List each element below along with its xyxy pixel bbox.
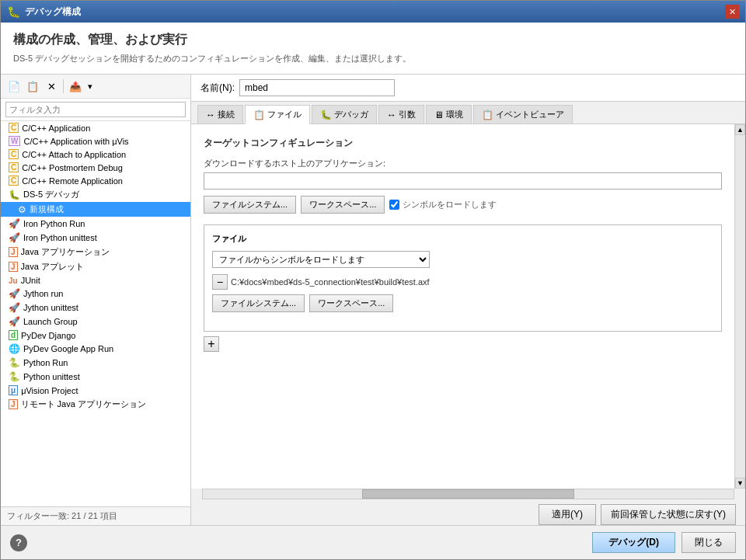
tab-file[interactable]: 📋 ファイル: [245, 105, 310, 124]
new-config-icon: ⚙: [18, 204, 26, 215]
help-button[interactable]: ?: [10, 534, 27, 551]
tree-item-launch-group[interactable]: 🚀 Launch Group: [1, 315, 190, 329]
tree-item-jython-unittest[interactable]: 🚀 Jython unittest: [1, 301, 190, 315]
tab-args[interactable]: ↔ 引数: [378, 105, 424, 123]
download-input[interactable]: [204, 172, 722, 190]
workspace-btn-2[interactable]: ワークスペース...: [309, 294, 393, 312]
filter-input[interactable]: [5, 102, 186, 117]
tree-item-java-applet[interactable]: J Java アプレット: [1, 259, 190, 274]
horizontal-scrollbar[interactable]: [202, 489, 734, 499]
symbol-load-dropdown[interactable]: ファイルからシンボルをロードします: [212, 251, 430, 268]
toolbar-separator: [63, 79, 64, 93]
java-applet-icon: J: [9, 262, 18, 272]
tree-item-pydev-django[interactable]: d PyDev Django: [1, 329, 190, 342]
workspace-btn-1[interactable]: ワークスペース...: [301, 196, 385, 214]
load-symbols-checkbox[interactable]: [389, 200, 399, 210]
add-file-button[interactable]: +: [204, 336, 219, 352]
tree-item-junit[interactable]: Ju JUnit: [1, 274, 190, 287]
tree-item-python-run[interactable]: 🐍 Python Run: [1, 356, 190, 370]
files-section-title: ファイル: [212, 233, 713, 245]
export-config-button[interactable]: 📤: [67, 78, 84, 95]
jython-run-icon: 🚀: [9, 288, 20, 299]
title-bar: 🐛 デバッグ構成 ✕: [1, 1, 745, 23]
debugger-tab-icon: 🐛: [320, 110, 332, 120]
junit-icon: Ju: [9, 277, 18, 285]
java-app-icon: J: [9, 247, 18, 257]
close-button[interactable]: 閉じる: [682, 532, 736, 553]
tab-env[interactable]: 🖥 環境: [426, 105, 472, 123]
scrollbar-thumb: [362, 489, 574, 499]
file-btn-row: ファイルシステム... ワークスペース...: [212, 294, 713, 312]
iron-python-unittest-icon: 🚀: [9, 232, 20, 243]
pydev-django-icon: d: [9, 330, 18, 340]
name-input[interactable]: [239, 79, 395, 96]
file-tab-label: ファイル: [267, 109, 302, 120]
pydev-google-icon: 🌐: [9, 343, 20, 354]
launch-group-icon: 🚀: [9, 316, 20, 327]
filter-status: フィルター一致: 21 / 21 項目: [1, 506, 190, 525]
file-tab-icon: 📋: [253, 110, 265, 120]
delete-config-button[interactable]: ✕: [43, 78, 60, 95]
tree-item-python-unittest[interactable]: 🐍 Python unittest: [1, 370, 190, 384]
tree-item-uvision[interactable]: μ μVision Project: [1, 384, 190, 397]
download-label: ダウンロードするホスト上のアプリケーション:: [204, 158, 722, 169]
python-unittest-icon: 🐍: [9, 371, 20, 382]
configuration-tree: C C/C++ Application W C/C++ Application …: [1, 121, 190, 506]
target-config-title: ターゲットコンフィギュレーション: [204, 137, 722, 150]
tree-item-pydev-google[interactable]: 🌐 PyDev Google App Run: [1, 342, 190, 356]
download-btn-row: ファイルシステム... ワークスペース... シンボルをロードします: [204, 196, 722, 214]
tree-item-cpp-attach[interactable]: C C/C++ Attach to Application: [1, 148, 190, 161]
tree-item-jython-run[interactable]: 🚀 Jython run: [1, 287, 190, 301]
window-icon: 🐛: [7, 5, 20, 18]
debugger-tab-label: デバッガ: [334, 109, 368, 120]
name-label: 名前(N):: [200, 82, 235, 95]
remove-file-button[interactable]: −: [212, 274, 228, 290]
tree-item-new-config[interactable]: ⚙ 新規構成: [1, 202, 190, 217]
window-close-button[interactable]: ✕: [725, 5, 739, 19]
tree-item-cpp-remote[interactable]: C C/C++ Remote Application: [1, 174, 190, 187]
uvision-icon: μ: [9, 385, 18, 395]
header-title: 構成の作成、管理、および実行: [13, 32, 733, 48]
cpp-uvis-icon: W: [9, 136, 20, 146]
tree-item-iron-python-unittest[interactable]: 🚀 Iron Python unittest: [1, 231, 190, 245]
scrollbar-up-btn[interactable]: ▲: [735, 124, 745, 135]
files-section: ファイル ファイルからシンボルをロードします − C:¥docs¥mbed¥ds…: [204, 224, 722, 332]
apply-restore-row: 適用(Y) 前回保管した状態に戻す(Y): [191, 499, 745, 525]
tree-item-cpp-uvis[interactable]: W C/C++ Application with μVis: [1, 134, 190, 148]
remote-java-icon: J: [9, 399, 18, 409]
name-bar: 名前(N):: [191, 75, 745, 102]
connect-tab-icon: ↔: [206, 110, 215, 120]
debug-button[interactable]: デバッグ(D): [592, 532, 675, 553]
tab-connect[interactable]: ↔ 接続: [197, 105, 243, 123]
filesystem-btn-2[interactable]: ファイルシステム...: [212, 294, 305, 312]
args-tab-label: 引数: [399, 109, 416, 120]
tabs-bar: ↔ 接続 📋 ファイル 🐛 デバッガ ↔ 引数 🖥 環境: [191, 102, 745, 124]
new-config-button[interactable]: 📄: [5, 78, 23, 95]
toolbar-dropdown-button[interactable]: ▾: [85, 79, 95, 94]
tab-debugger[interactable]: 🐛 デバッガ: [312, 105, 377, 123]
cpp-postmortem-icon: C: [9, 162, 19, 172]
tree-item-java-app[interactable]: J Java アプリケーション: [1, 245, 190, 259]
tree-item-cpp-app[interactable]: C C/C++ Application: [1, 121, 190, 134]
file-path-1: C:¥docs¥mbed¥ds-5_connection¥test¥build¥…: [231, 277, 430, 287]
copy-config-button[interactable]: 📋: [24, 78, 41, 95]
ds5-icon: 🐛: [9, 190, 20, 200]
tree-item-remote-java[interactable]: J リモート Java アプリケーション: [1, 397, 190, 412]
scrollbar-track: [735, 135, 745, 478]
cpp-app-icon: C: [9, 123, 19, 133]
tab-event-viewer[interactable]: 📋 イベントビューア: [473, 105, 573, 123]
right-scrollbar[interactable]: ▲ ▼: [734, 124, 745, 489]
env-tab-label: 環境: [446, 109, 463, 120]
filesystem-btn-1[interactable]: ファイルシステム...: [204, 196, 296, 214]
header-section: 構成の作成、管理、および実行 DS-5 デバッグセッションを開始するためのコンフ…: [1, 23, 745, 75]
file-tab-content: ターゲットコンフィギュレーション ダウンロードするホスト上のアプリケーション: …: [191, 124, 734, 489]
tree-item-iron-python-run[interactable]: 🚀 Iron Python Run: [1, 217, 190, 231]
apply-button[interactable]: 適用(Y): [539, 504, 596, 525]
restore-button[interactable]: 前回保管した状態に戻す(Y): [601, 504, 736, 525]
tree-item-cpp-postmortem[interactable]: C C/C++ Postmortem Debug: [1, 161, 190, 174]
tree-item-ds5[interactable]: 🐛 DS-5 デバッガ: [1, 187, 190, 202]
window-title: デバッグ構成: [25, 5, 81, 19]
jython-unittest-icon: 🚀: [9, 302, 20, 313]
scrollbar-down-btn[interactable]: ▼: [735, 478, 745, 489]
header-description: DS-5 デバッグセッションを開始するためのコンフィギュレーションを作成、編集、…: [13, 53, 733, 64]
